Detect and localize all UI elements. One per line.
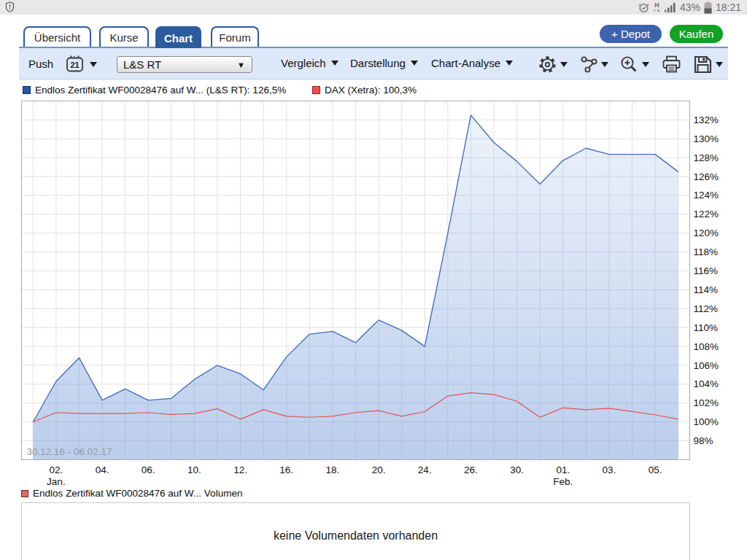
- calendar-21-icon: 21: [65, 55, 85, 73]
- menu-vergleich[interactable]: Vergleich: [281, 57, 338, 69]
- volume-empty-message: keine Volumendaten vorhanden: [22, 529, 689, 542]
- save-caret[interactable]: [716, 62, 723, 67]
- dax-swatch: [312, 86, 320, 94]
- legend-item-volume: Endlos Zertifikat WF00028476 auf W... Vo…: [21, 488, 242, 499]
- push-label: Push: [28, 58, 53, 70]
- svg-text:H: H: [654, 1, 659, 9]
- printer-icon: [662, 55, 681, 74]
- zoom-plus-icon: [619, 55, 639, 74]
- dax-legend-label: DAX (Xetra): 100,3%: [325, 85, 417, 96]
- x-axis-label: 18.: [326, 464, 340, 475]
- x-axis-label: 10.: [187, 464, 201, 475]
- y-axis-label: 112%: [694, 303, 719, 314]
- hspa-icon: H: [653, 1, 661, 13]
- tab-forum[interactable]: Forum: [211, 26, 259, 47]
- x-axis-label: 12.: [233, 464, 247, 475]
- save-floppy-icon: [693, 55, 713, 74]
- zoom-button[interactable]: [619, 55, 639, 74]
- legend-item-certificate: Endlos Zertifikat WF00028476 auf W... (L…: [23, 85, 286, 96]
- volume-legend-label: Endlos Zertifikat WF00028476 auf W... Vo…: [33, 488, 242, 499]
- x-axis-month-label: Jan.: [47, 476, 66, 487]
- y-axis-label: 124%: [694, 190, 719, 201]
- vergleich-caret-icon: [331, 61, 338, 66]
- y-axis-label: 122%: [694, 209, 719, 219]
- legend-item-dax: DAX (Xetra): 100,3%: [312, 85, 417, 96]
- x-axis-label: 02.: [49, 464, 63, 475]
- y-axis-label: 110%: [694, 322, 719, 333]
- zoom-caret[interactable]: [642, 62, 649, 67]
- x-axis-label: 04.: [96, 464, 109, 475]
- y-axis-label: 106%: [694, 360, 719, 371]
- volume-swatch: [21, 490, 28, 497]
- tab-bar: Übersicht Kurse Chart Forum + Depot Kauf…: [0, 15, 747, 47]
- y-axis-label: 126%: [694, 171, 719, 182]
- settings-caret[interactable]: [560, 62, 568, 67]
- price-chart[interactable]: 30.12.16 - 06.02.1798%100%102%104%106%10…: [0, 95, 747, 492]
- date-range-watermark: 30.12.16 - 06.02.17: [27, 446, 112, 457]
- x-axis-month-label: Feb.: [553, 476, 573, 487]
- buy-button[interactable]: Kaufen: [670, 25, 723, 43]
- y-axis-label: 130%: [694, 133, 719, 144]
- x-axis-label: 24.: [418, 464, 432, 475]
- y-axis-label: 132%: [694, 114, 719, 125]
- darstellung-caret-icon: [411, 61, 418, 66]
- tab-chart[interactable]: Chart: [155, 26, 201, 48]
- tab-uebersicht[interactable]: Übersicht: [23, 26, 91, 47]
- x-axis-label: 20.: [372, 464, 386, 475]
- settings-button[interactable]: [538, 55, 557, 74]
- indicators-nodes-icon: [580, 55, 598, 74]
- print-button[interactable]: [662, 55, 681, 74]
- y-axis-label: 128%: [694, 152, 719, 163]
- svg-text:21: 21: [70, 61, 79, 69]
- signal-bars-icon: [665, 2, 676, 12]
- plot-area: 30.12.16 - 06.02.1798%100%102%104%106%10…: [22, 101, 719, 487]
- battery-percent: 43%: [680, 0, 700, 15]
- gear-icon: [538, 55, 557, 74]
- y-axis-label: 118%: [694, 246, 719, 257]
- battery-icon: [704, 1, 712, 14]
- y-axis-label: 104%: [694, 378, 719, 389]
- y-axis-label: 102%: [694, 397, 719, 408]
- time-range-caret[interactable]: [90, 62, 97, 67]
- menu-chart-analyse[interactable]: Chart-Analyse: [431, 57, 513, 69]
- x-axis-label: 05.: [649, 464, 662, 475]
- y-axis-label: 120%: [694, 228, 719, 238]
- x-axis-label: 26.: [464, 464, 478, 475]
- x-axis-label: 03.: [603, 464, 616, 475]
- screen: H 43% 18:21 Übersicht Kurse Chart Forum: [0, 0, 747, 560]
- x-axis-label: 01.: [556, 464, 570, 475]
- exchange-select[interactable]: L&S RT ▼: [117, 56, 252, 73]
- tab-kurse[interactable]: Kurse: [99, 26, 149, 47]
- y-axis-label: 98%: [694, 435, 713, 446]
- y-axis-label: 100%: [694, 416, 719, 427]
- alarm-icon: [638, 2, 649, 13]
- indicators-caret[interactable]: [601, 62, 608, 67]
- volume-panel: keine Volumendaten vorhanden: [21, 502, 690, 560]
- notification-shield-icon: [5, 1, 15, 12]
- x-axis-label: 06.: [142, 464, 155, 475]
- y-axis-label: 114%: [694, 284, 719, 295]
- y-axis-label: 116%: [694, 265, 719, 276]
- add-depot-button[interactable]: + Depot: [600, 25, 662, 43]
- menu-darstellung[interactable]: Darstellung: [350, 57, 418, 69]
- select-arrow-icon: ▼: [237, 61, 245, 69]
- time-range-button[interactable]: 21: [65, 55, 85, 73]
- x-axis-label: 16.: [279, 464, 293, 475]
- indicators-button[interactable]: [580, 55, 598, 74]
- chart-toolbar: Push 21 L&S RT ▼ Vergleich Darstellung C…: [19, 47, 728, 79]
- certificate-legend-label: Endlos Zertifikat WF00028476 auf W... (L…: [35, 85, 286, 96]
- y-axis-label: 108%: [694, 341, 719, 352]
- x-axis-label: 30.: [510, 464, 524, 475]
- status-bar: H 43% 18:21: [0, 0, 747, 15]
- chart-analyse-caret-icon: [506, 61, 513, 66]
- clock: 18:21: [716, 0, 741, 15]
- certificate-swatch: [23, 86, 31, 94]
- save-button[interactable]: [693, 55, 713, 74]
